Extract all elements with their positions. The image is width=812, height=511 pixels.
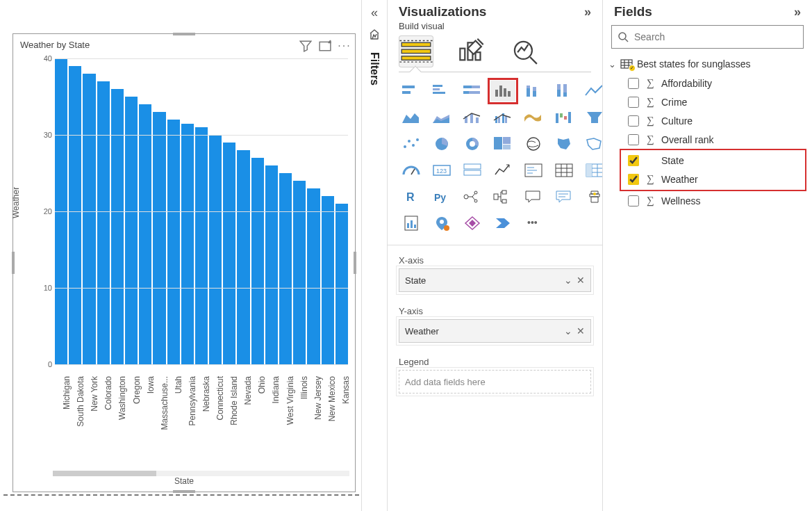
bar[interactable]	[223, 143, 235, 364]
viz-shape-map[interactable]	[582, 133, 603, 154]
bar[interactable]	[167, 120, 180, 364]
viz-multi-row-card[interactable]	[460, 160, 485, 181]
bar[interactable]	[265, 165, 278, 364]
remove-field-icon[interactable]: ✕	[577, 275, 585, 286]
tab-build-visual[interactable]	[399, 35, 433, 67]
viz-r-visual[interactable]: R	[399, 186, 424, 207]
bar[interactable]	[195, 127, 208, 364]
remove-field-icon[interactable]: ✕	[577, 325, 585, 336]
field-crime[interactable]: ∑Crime	[603, 92, 812, 111]
viz-qa[interactable]	[521, 186, 546, 207]
viz-funnel[interactable]	[582, 107, 603, 128]
viz-stacked-area[interactable]	[429, 107, 454, 128]
field-state[interactable]: State	[628, 152, 805, 170]
viz-smart-narrative[interactable]	[552, 186, 577, 207]
field-checkbox[interactable]	[628, 174, 639, 185]
viz-power-apps[interactable]	[460, 213, 485, 234]
bar[interactable]	[307, 188, 320, 364]
bar[interactable]	[181, 124, 194, 365]
viz-key-influencers[interactable]	[460, 186, 485, 207]
chevron-down-icon[interactable]: ⌄	[564, 325, 572, 336]
focus-mode-icon[interactable]	[319, 40, 331, 52]
field-culture[interactable]: ∑Culture	[603, 111, 812, 130]
filters-pane-collapsed[interactable]: « Filters	[361, 0, 388, 511]
yaxis-well[interactable]: Weather ⌄ ✕	[399, 319, 591, 343]
viz-python-visual[interactable]: Py	[429, 186, 454, 207]
tab-format-visual[interactable]	[454, 35, 489, 67]
field-checkbox[interactable]	[628, 134, 639, 145]
bar[interactable]	[153, 112, 165, 364]
expand-filters-icon[interactable]: «	[371, 6, 378, 20]
viz-slicer[interactable]	[521, 160, 546, 181]
viz-get-more-visuals[interactable]: •••	[521, 213, 546, 234]
more-options-icon[interactable]: ···	[338, 40, 351, 52]
viz-table[interactable]	[552, 160, 577, 181]
chart-scrollbar-x[interactable]	[53, 471, 349, 476]
bar[interactable]	[125, 97, 138, 364]
field-checkbox[interactable]	[628, 155, 639, 166]
bar[interactable]	[237, 150, 249, 364]
bar[interactable]	[97, 81, 110, 364]
viz-clustered-bar-h[interactable]	[429, 81, 454, 102]
resize-handle-bottom[interactable]	[173, 490, 195, 493]
viz-stacked-100-bar-h[interactable]	[460, 81, 485, 102]
collapse-visualizations-icon[interactable]: »	[584, 5, 591, 19]
viz-stacked-100-column[interactable]	[552, 81, 577, 102]
field-weather[interactable]: ∑Weather	[628, 170, 805, 188]
xaxis-well[interactable]: State ⌄ ✕	[399, 268, 591, 292]
filter-icon[interactable]	[299, 40, 312, 52]
field-checkbox[interactable]	[628, 78, 639, 89]
viz-arcgis-map[interactable]	[429, 213, 454, 234]
bar[interactable]	[69, 66, 81, 364]
viz-line-stacked-column[interactable]	[460, 107, 485, 128]
field-affordability[interactable]: ∑Affordability	[603, 74, 812, 92]
table-header[interactable]: ⌄ Best states for sunglasses	[603, 53, 812, 74]
bar[interactable]	[83, 74, 95, 364]
fields-search[interactable]	[611, 25, 804, 49]
viz-stacked-column[interactable]	[521, 81, 546, 102]
tab-analytics[interactable]	[510, 35, 545, 67]
viz-clustered-column[interactable]	[490, 81, 515, 102]
viz-area[interactable]	[399, 107, 424, 128]
bar[interactable]	[209, 135, 222, 364]
viz-stacked-bar-h[interactable]	[399, 81, 424, 102]
search-input[interactable]	[634, 31, 797, 42]
bar[interactable]	[322, 196, 334, 364]
viz-line-clustered-column[interactable]	[490, 107, 515, 128]
viz-map[interactable]	[521, 133, 546, 154]
field-checkbox[interactable]	[628, 97, 639, 108]
visual-frame[interactable]: ··· Weather by State Weather 010203040 M…	[13, 33, 356, 492]
chevron-down-icon[interactable]: ⌄	[564, 275, 572, 286]
scrollbar-thumb[interactable]	[53, 471, 156, 476]
viz-pie[interactable]	[429, 133, 454, 154]
viz-decomposition-tree[interactable]	[490, 186, 515, 207]
viz-donut[interactable]	[460, 133, 485, 154]
legend-well[interactable]: Add data fields here	[399, 370, 591, 394]
viz-ribbon[interactable]	[521, 107, 546, 128]
viz-treemap[interactable]	[490, 133, 515, 154]
x-tick-label: Kansas	[341, 376, 351, 404]
collapse-fields-icon[interactable]: »	[794, 5, 801, 19]
field-wellness[interactable]: ∑Wellness	[603, 191, 812, 210]
bar[interactable]	[139, 104, 151, 364]
bar[interactable]	[335, 204, 348, 364]
bar[interactable]	[293, 181, 306, 364]
field-checkbox[interactable]	[628, 195, 639, 206]
viz-line[interactable]	[582, 81, 603, 102]
viz-gauge[interactable]	[399, 160, 424, 181]
viz-waterfall[interactable]	[552, 107, 577, 128]
bar[interactable]	[279, 173, 292, 364]
viz-card[interactable]: 123	[429, 160, 454, 181]
viz-paginated-report[interactable]	[399, 213, 424, 234]
field-checkbox[interactable]	[628, 115, 639, 127]
field-overall-rank[interactable]: ∑Overall rank	[603, 130, 812, 149]
viz-filled-map[interactable]	[552, 133, 577, 154]
viz-scatter[interactable]	[399, 133, 424, 154]
bar[interactable]	[251, 158, 264, 364]
viz-kpi[interactable]	[490, 160, 515, 181]
viz-power-automate[interactable]	[490, 213, 515, 234]
resize-handle-top[interactable]	[173, 33, 195, 35]
viz-goals[interactable]	[582, 186, 603, 207]
viz-matrix[interactable]	[582, 160, 603, 181]
bar[interactable]	[111, 89, 124, 364]
